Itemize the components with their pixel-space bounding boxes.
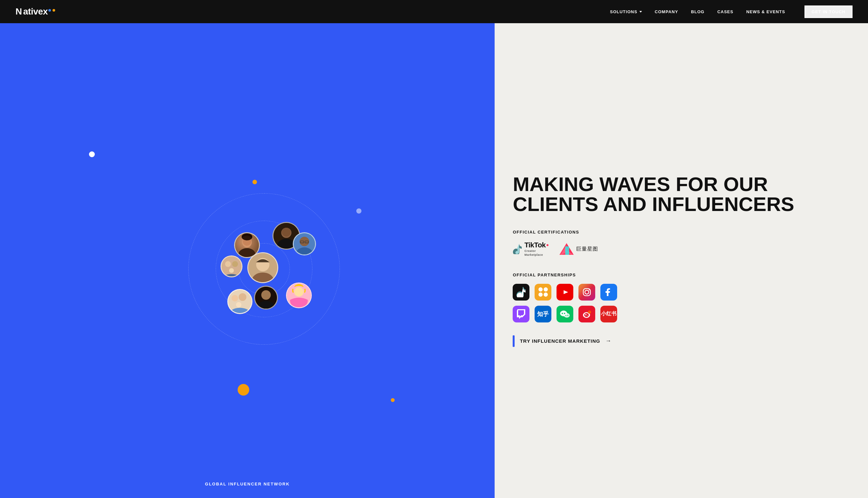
try-influencer-cta[interactable]: TRY INFLUENCER MARKETING →	[513, 335, 850, 347]
hero-title: MAKING WAVES FOR OUR CLIENTS AND INFLUEN…	[513, 174, 850, 214]
svg-point-50	[588, 311, 591, 314]
chevron-down-icon	[639, 11, 642, 13]
svg-point-45	[562, 313, 563, 314]
partnerships-label: OFFICIAL PARTNERSHIPS	[513, 273, 850, 277]
svg-point-22	[231, 295, 238, 302]
svg-point-12	[225, 261, 231, 267]
svg-point-46	[564, 313, 565, 314]
dot-decoration	[356, 208, 361, 213]
svg-rect-42	[522, 312, 523, 314]
svg-point-17	[299, 237, 309, 246]
global-network-label: GLOBAL INFLUENCER NETWORK	[205, 482, 290, 486]
tiktok-cert[interactable]: TikTok CreatorMarketplace	[513, 241, 549, 257]
partnerships-grid: 知乎	[513, 284, 850, 323]
influencer-avatar-4	[220, 255, 242, 277]
juliang-icon	[559, 243, 574, 255]
get-in-touch-button[interactable]: GET IN TOUCH	[804, 5, 853, 18]
orbital-container	[180, 185, 348, 353]
logo[interactable]: Nativex	[15, 6, 55, 17]
certifications-label: OFFICIAL CERTIFICATIONS	[513, 230, 850, 235]
svg-point-40	[589, 289, 590, 290]
svg-point-51	[584, 313, 589, 317]
navbar: Nativex SOLUTIONS COMPANY BLOG CASES NEW…	[0, 0, 868, 23]
tiktok-subtitle: CreatorMarketplace	[524, 249, 549, 257]
main-content: GLOBAL INFLUENCER NETWORK MAKING WAVES F…	[0, 23, 868, 498]
dot-decoration	[253, 180, 257, 184]
svg-point-39	[585, 290, 589, 294]
dot-decoration	[89, 152, 95, 157]
logo-text: N	[15, 6, 22, 17]
nav-solutions[interactable]: SOLUTIONS	[610, 9, 642, 14]
influencer-avatar-7	[254, 286, 278, 310]
svg-point-53	[587, 315, 588, 316]
dot-decoration	[238, 384, 249, 396]
social-icon-zhihu[interactable]: 知乎	[535, 306, 551, 323]
svg-point-24	[236, 302, 242, 307]
logo-dot-yellow	[53, 9, 55, 12]
svg-point-52	[585, 314, 587, 315]
svg-point-13	[232, 261, 238, 267]
logo-dot-blue	[48, 9, 51, 12]
svg-rect-41	[520, 312, 521, 314]
svg-point-47	[565, 315, 566, 316]
juliang-cert[interactable]: 巨量星图	[559, 243, 598, 255]
nav-blog[interactable]: BLOG	[691, 9, 704, 14]
influencer-avatar-6	[227, 289, 253, 314]
svg-rect-35	[565, 246, 569, 255]
juliang-text: 巨量星图	[576, 246, 598, 252]
social-icon-xiaohongshu[interactable]: 小红书	[600, 306, 617, 323]
svg-point-23	[239, 293, 246, 301]
svg-point-14	[229, 268, 234, 273]
cta-label: TRY INFLUENCER MARKETING	[520, 338, 600, 344]
cta-arrow-icon: →	[605, 338, 611, 344]
dot-decoration	[391, 398, 395, 402]
svg-point-27	[261, 290, 270, 300]
certifications-row: TikTok CreatorMarketplace 巨量星图	[513, 241, 850, 257]
social-icon-kuaishou[interactable]	[535, 284, 551, 301]
tiktok-icon	[513, 244, 522, 254]
nav-links: SOLUTIONS COMPANY BLOG CASES NEWS & EVEN…	[610, 5, 853, 18]
social-icon-facebook[interactable]	[600, 284, 617, 301]
svg-point-48	[567, 315, 569, 316]
influencer-avatar-5	[293, 232, 316, 255]
social-icon-instagram[interactable]	[578, 284, 595, 301]
social-icon-twitch[interactable]	[513, 306, 529, 323]
tiktok-dot	[547, 244, 548, 246]
nav-company[interactable]: COMPANY	[655, 9, 678, 14]
social-icon-wechat[interactable]	[557, 306, 573, 323]
social-icon-weibo[interactable]	[578, 306, 595, 323]
tiktok-logo-text: TikTok	[524, 241, 546, 249]
influencer-avatar-3	[247, 252, 278, 283]
social-icon-youtube[interactable]	[557, 284, 573, 301]
social-icon-tiktok[interactable]	[513, 284, 529, 301]
nav-cases[interactable]: CASES	[717, 9, 733, 14]
svg-point-30	[294, 287, 304, 297]
right-panel: MAKING WAVES FOR OUR CLIENTS AND INFLUEN…	[495, 23, 868, 498]
left-panel: GLOBAL INFLUENCER NETWORK	[0, 23, 495, 498]
cta-bar	[513, 335, 515, 347]
nav-news[interactable]: NEWS & EVENTS	[746, 9, 785, 14]
svg-rect-11	[221, 257, 242, 276]
svg-point-7	[282, 228, 291, 237]
influencer-avatar-8	[286, 283, 312, 308]
